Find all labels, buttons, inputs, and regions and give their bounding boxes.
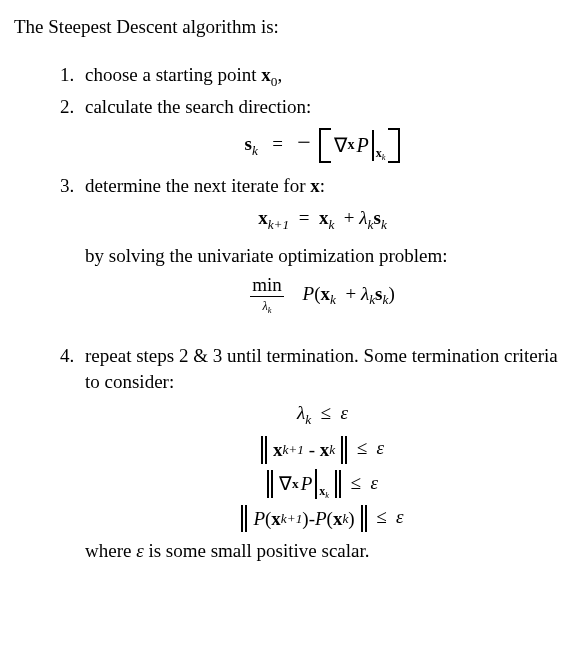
c2-k: k xyxy=(329,441,335,459)
step3-var: x xyxy=(310,175,320,196)
min-operator: min λk xyxy=(250,275,284,315)
step1-var: x xyxy=(261,64,271,85)
c3-evsub: xk xyxy=(319,483,329,501)
step4-text: repeat steps 2 & 3 until termination. So… xyxy=(85,345,558,392)
step3-eq1: xk+1 = xk + λksk xyxy=(85,205,560,234)
where-a: where xyxy=(85,540,136,561)
eq2-P: P xyxy=(303,282,315,303)
step2-equation: sk = − ∇xP xk xyxy=(85,126,560,163)
step2-text: calculate the search direction: xyxy=(85,96,311,117)
criterion-4: P(xk+1)- P(xk) ≤ ε xyxy=(85,504,560,532)
eq1-x: x xyxy=(258,207,268,228)
c4-P1: P xyxy=(253,506,265,532)
where-eps: ε xyxy=(136,540,144,561)
c3-nabla-icon: ∇ xyxy=(279,471,292,497)
c4-x1: x xyxy=(271,506,281,532)
eq1-lam: λ xyxy=(359,207,367,228)
c2-le: ≤ xyxy=(357,437,367,458)
step1-text-a: choose a starting point xyxy=(85,64,261,85)
norm-bar-icon xyxy=(335,470,341,498)
step3-colon: : xyxy=(320,175,325,196)
c1-le: ≤ xyxy=(321,402,331,423)
nabla-icon: ∇ xyxy=(334,132,347,159)
c2-x1: x xyxy=(273,437,283,463)
eq1-sk: k xyxy=(381,216,387,231)
eq2-lam: λ xyxy=(361,282,369,303)
criterion-3: ∇xP xk ≤ ε xyxy=(85,470,560,498)
eval-sub: xk xyxy=(376,145,386,163)
c4-P2: P xyxy=(315,506,327,532)
step1-text-b: , xyxy=(277,64,282,85)
eq1-plus: + xyxy=(344,207,355,228)
norm-bar-icon xyxy=(241,505,247,533)
eq1-eq: = xyxy=(299,207,310,228)
criterion-1: λk ≤ ε xyxy=(85,400,560,429)
c1-eps: ε xyxy=(341,402,349,423)
criterion-2: xk+1 - xk ≤ ε xyxy=(85,435,560,463)
step-1: choose a starting point x0, xyxy=(79,62,560,91)
c4-c2: ) xyxy=(348,506,354,532)
step3-by: by solving the univariate optimization p… xyxy=(85,243,560,269)
eq2-x: x xyxy=(321,282,331,303)
eq2-k: k xyxy=(330,292,336,307)
c3-P: P xyxy=(301,471,313,497)
c2-minus: - xyxy=(309,437,315,463)
norm-bar-icon xyxy=(267,470,273,498)
eq1-s: s xyxy=(373,207,380,228)
step4-where: where ε is some small positive scalar. xyxy=(85,538,560,564)
c3-eps: ε xyxy=(370,472,378,493)
eq-bracket: ∇xP xk xyxy=(319,128,400,163)
step3-text: determine the next iterate for xyxy=(85,175,310,196)
c3-le: ≤ xyxy=(351,472,361,493)
c4-le: ≤ xyxy=(376,506,386,527)
c2-kp1: k+1 xyxy=(282,441,304,459)
c2-x2: x xyxy=(320,437,330,463)
c3-nsub: x xyxy=(292,475,299,493)
min-text: min xyxy=(250,274,284,297)
c4-eps: ε xyxy=(396,506,404,527)
c4-x2: x xyxy=(333,506,343,532)
eq2-plus: + xyxy=(345,282,356,303)
intro-text: The Steepest Descent algorithm is: xyxy=(14,14,560,40)
step-4: repeat steps 2 & 3 until termination. So… xyxy=(79,343,560,564)
step3-eq2: min λk P(xk + λksk) xyxy=(85,275,560,315)
eq1-kp1: k+1 xyxy=(268,216,290,231)
eq-eqsym: = xyxy=(272,133,283,154)
eval-bar-icon xyxy=(313,469,317,499)
step-2: calculate the search direction: sk = − ∇… xyxy=(79,94,560,163)
eq-sk-s: s xyxy=(245,133,252,154)
norm-bar-icon xyxy=(361,505,367,533)
eq-neg: − xyxy=(297,129,311,155)
step-3: determine the next iterate for x: xk+1 =… xyxy=(79,173,560,339)
eq1-k: k xyxy=(328,216,334,231)
steps-list: choose a starting point x0, calculate th… xyxy=(14,62,560,564)
eval-bar-icon xyxy=(370,130,374,161)
eq2-close: ) xyxy=(388,282,394,303)
nabla-sub: x xyxy=(347,136,354,155)
grad-P: P xyxy=(356,132,368,159)
c4-kp1: k+1 xyxy=(281,510,303,528)
c1-k: k xyxy=(305,412,311,427)
eq-sk-k: k xyxy=(252,143,258,158)
c2-eps: ε xyxy=(377,437,385,458)
c1-lam: λ xyxy=(297,402,305,423)
norm-bar-icon xyxy=(261,436,267,464)
norm-bar-icon xyxy=(341,436,347,464)
min-sub-k: k xyxy=(268,306,272,315)
where-b: is some small positive scalar. xyxy=(144,540,370,561)
